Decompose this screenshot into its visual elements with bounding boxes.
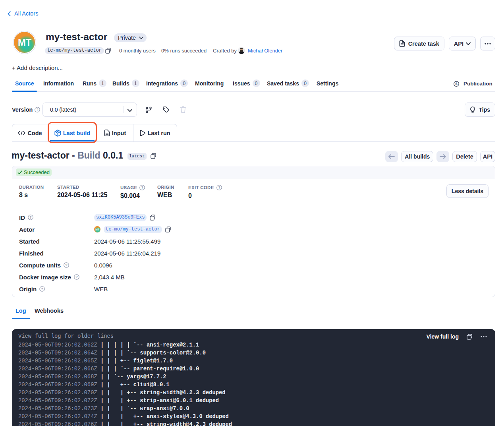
svg-text:?: ?: [29, 215, 31, 219]
svg-text:?: ?: [37, 108, 39, 112]
svg-text:?: ?: [141, 186, 144, 190]
svg-text:?: ?: [41, 287, 43, 291]
svg-text:?: ?: [75, 275, 77, 279]
svg-text:$: $: [456, 82, 458, 86]
svg-text:?: ?: [65, 263, 67, 267]
svg-text:?: ?: [218, 186, 220, 190]
